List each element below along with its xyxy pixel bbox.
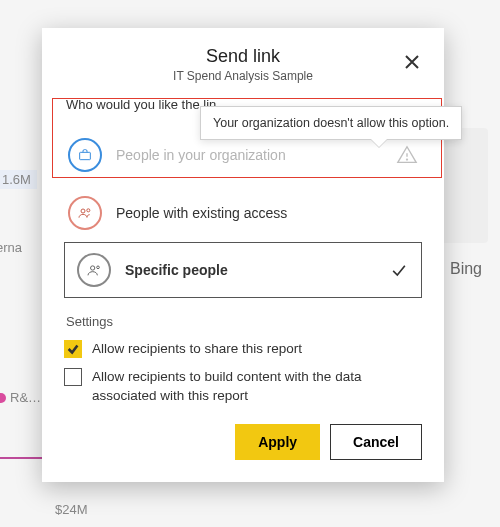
svg-point-4 bbox=[91, 266, 95, 270]
svg-point-1 bbox=[407, 159, 408, 160]
option-existing-label: People with existing access bbox=[116, 205, 418, 221]
bg-text: $24M bbox=[55, 502, 88, 517]
checkbox-share-row[interactable]: Allow recipients to share this report bbox=[64, 339, 422, 359]
close-button[interactable] bbox=[398, 48, 426, 76]
svg-rect-0 bbox=[80, 152, 91, 159]
dialog-title: Send link bbox=[64, 46, 422, 67]
cancel-button[interactable]: Cancel bbox=[330, 424, 422, 460]
bg-text: R&… bbox=[0, 390, 41, 405]
send-link-dialog: Send link IT Spend Analysis Sample Who w… bbox=[42, 28, 444, 482]
briefcase-icon bbox=[68, 138, 102, 172]
checkbox-share-label: Allow recipients to share this report bbox=[92, 339, 302, 359]
bg-bing-logo: Bing bbox=[450, 260, 482, 278]
apply-button[interactable]: Apply bbox=[235, 424, 320, 460]
option-specific-label: Specific people bbox=[125, 262, 375, 278]
dialog-subtitle: IT Spend Analysis Sample bbox=[64, 69, 422, 83]
bg-text: erna bbox=[0, 240, 22, 255]
close-icon bbox=[404, 54, 420, 70]
person-icon bbox=[77, 253, 111, 287]
warning-icon bbox=[396, 144, 418, 166]
settings-heading: Settings bbox=[66, 314, 422, 329]
option-specific[interactable]: Specific people bbox=[64, 242, 422, 298]
restriction-tooltip: Your organization doesn't allow this opt… bbox=[200, 106, 462, 140]
svg-point-3 bbox=[87, 209, 90, 212]
option-org-label: People in your organization bbox=[116, 147, 382, 163]
checkmark-icon bbox=[389, 260, 409, 280]
checkbox-build-row[interactable]: Allow recipients to build content with t… bbox=[64, 367, 422, 406]
checkbox-build[interactable] bbox=[64, 368, 82, 386]
svg-point-5 bbox=[97, 266, 100, 269]
people-icon bbox=[68, 196, 102, 230]
checkbox-build-label: Allow recipients to build content with t… bbox=[92, 367, 422, 406]
option-existing[interactable]: People with existing access bbox=[64, 184, 422, 242]
svg-point-2 bbox=[81, 209, 85, 213]
checkbox-share[interactable] bbox=[64, 340, 82, 358]
bg-text: 1.6M bbox=[0, 170, 37, 189]
